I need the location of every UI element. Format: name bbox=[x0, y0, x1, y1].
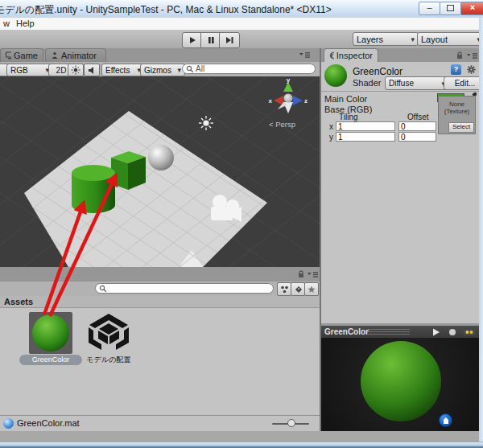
offset-y-field[interactable]: 0 bbox=[398, 132, 436, 142]
preview-header[interactable]: GreenColor bbox=[321, 326, 479, 339]
panel-menu-icon[interactable] bbox=[299, 51, 311, 59]
tag-glyph-icon bbox=[443, 417, 449, 425]
tiling-header: Tiling bbox=[339, 113, 358, 121]
tiling-y-value: 1 bbox=[338, 133, 343, 142]
status-selected-file: GreenColor.mat bbox=[17, 418, 80, 428]
effects-dropdown[interactable]: Effects ▾ bbox=[101, 64, 145, 76]
close-button[interactable]: × bbox=[460, 2, 483, 15]
scene-sphere[interactable] bbox=[148, 145, 174, 171]
asset-greencolor-label[interactable]: GreenColor bbox=[19, 355, 82, 365]
offset-x-field[interactable]: 0 bbox=[398, 121, 436, 131]
preview-play-icon[interactable] bbox=[432, 328, 440, 336]
texture-none-label: None bbox=[439, 101, 475, 108]
render-mode-label: RGB bbox=[10, 66, 28, 75]
left-dock-tabbar: Game Animator bbox=[0, 48, 320, 63]
gizmos-label: Gizmos bbox=[144, 66, 171, 75]
preview-title: GreenColor bbox=[324, 327, 369, 336]
panel-menu-icon[interactable] bbox=[467, 52, 478, 60]
tab-inspector[interactable]: Inspector bbox=[324, 48, 378, 62]
drag-handle-icon bbox=[368, 329, 410, 335]
unity-logo-icon bbox=[85, 311, 132, 353]
preview-model-icon[interactable] bbox=[448, 328, 457, 336]
asset-greencolor-thumbnail[interactable] bbox=[29, 312, 72, 354]
maximize-button[interactable] bbox=[440, 2, 461, 15]
preview-viewport[interactable] bbox=[321, 338, 479, 431]
menu-item-window[interactable]: w bbox=[3, 18, 10, 28]
render-mode-dropdown[interactable]: RGB ▾ bbox=[6, 64, 53, 76]
window-title: モデルの配置.unity - UnitySampleTest - PC, Mac… bbox=[0, 3, 332, 17]
tab-animator[interactable]: Animator bbox=[45, 48, 106, 62]
shader-value: Diffuse bbox=[389, 79, 414, 88]
project-statusbar: GreenColor.mat bbox=[0, 415, 320, 431]
menubar: w Help bbox=[0, 18, 483, 31]
tab-game-label: Game bbox=[14, 51, 38, 60]
scene-search-input[interactable]: All bbox=[182, 64, 316, 74]
menu-item-help[interactable]: Help bbox=[16, 18, 35, 28]
lock-icon[interactable] bbox=[456, 51, 464, 60]
tab-inspector-label: Inspector bbox=[336, 51, 373, 60]
offset-header: Offset bbox=[407, 113, 429, 121]
maximize-icon bbox=[447, 5, 454, 11]
axis-hub[interactable] bbox=[284, 94, 293, 103]
scene-lighting-toggle[interactable] bbox=[68, 64, 84, 76]
tiling-x-value: 1 bbox=[338, 122, 343, 131]
tiling-x-field[interactable]: 1 bbox=[336, 121, 395, 131]
search-icon bbox=[186, 65, 194, 73]
breadcrumb[interactable]: Assets bbox=[4, 297, 33, 306]
scene-cube[interactable] bbox=[111, 151, 146, 190]
step-button[interactable] bbox=[219, 32, 240, 48]
help-icon[interactable]: ? bbox=[451, 64, 461, 75]
divider bbox=[321, 91, 479, 92]
project-toolbar bbox=[0, 282, 320, 297]
tab-game[interactable]: Game bbox=[0, 48, 43, 62]
star-icon bbox=[308, 286, 316, 294]
close-icon: × bbox=[470, 2, 475, 12]
speaker-icon bbox=[88, 66, 96, 75]
project-search-input[interactable] bbox=[95, 283, 274, 294]
scene-audio-toggle[interactable] bbox=[84, 64, 100, 76]
play-icon bbox=[188, 36, 196, 44]
shader-dropdown[interactable]: Diffuse ▾ bbox=[385, 76, 449, 90]
minimize-button[interactable]: – bbox=[419, 2, 440, 15]
select-button-label: Select bbox=[452, 123, 470, 130]
hierarchy-icon bbox=[280, 286, 289, 294]
project-tabbar bbox=[0, 267, 320, 282]
scene-search-value: All bbox=[196, 64, 204, 73]
scene-viewport[interactable]: y x z < Persp bbox=[0, 76, 320, 267]
project-content: GreenColor モデルの配置 bbox=[0, 308, 320, 415]
gear-icon[interactable] bbox=[466, 64, 477, 75]
layout-dropdown[interactable]: Layout ▾ bbox=[417, 32, 483, 46]
thumbnail-size-slider-knob[interactable] bbox=[287, 419, 295, 427]
layers-label: Layers bbox=[357, 35, 383, 44]
scene-cylinder[interactable] bbox=[72, 165, 115, 213]
lock-icon[interactable] bbox=[297, 269, 305, 279]
base-texture-slot[interactable]: None (Texture) Select bbox=[438, 96, 476, 134]
texture-select-button[interactable]: Select bbox=[448, 122, 474, 133]
edit-shader-button[interactable]: Edit... bbox=[444, 76, 483, 90]
layout-label: Layout bbox=[421, 35, 448, 44]
asset-scene-label[interactable]: モデルの配置 bbox=[83, 355, 134, 365]
material-name: GreenColor bbox=[353, 66, 402, 77]
asset-bundle-badge[interactable] bbox=[439, 413, 452, 427]
unity-editor-window: モデルの配置.unity - UnitySampleTest - PC, Mac… bbox=[0, 0, 483, 448]
chevron-down-icon: ▾ bbox=[411, 35, 415, 43]
panel-menu-icon[interactable] bbox=[308, 271, 319, 278]
favorites-button[interactable] bbox=[304, 282, 319, 296]
asset-scene-thumbnail[interactable] bbox=[85, 311, 132, 353]
perspective-label[interactable]: < Persp bbox=[269, 120, 295, 129]
2d-label: 2D bbox=[56, 66, 67, 75]
search-by-label-button[interactable] bbox=[291, 282, 305, 296]
layers-dropdown[interactable]: Layers ▾ bbox=[353, 32, 419, 46]
chevron-down-icon: ▾ bbox=[177, 66, 181, 74]
texture-none-sublabel: (Texture) bbox=[439, 108, 475, 115]
main-color-label: Main Color bbox=[324, 94, 367, 104]
row-y-label: y bbox=[329, 133, 333, 142]
preview-lighting-icon[interactable] bbox=[463, 328, 476, 336]
row-x-label: x bbox=[329, 122, 333, 131]
minimize-icon: – bbox=[427, 2, 431, 12]
axis-y-label: y bbox=[287, 76, 291, 84]
tiling-y-field[interactable]: 1 bbox=[336, 132, 395, 142]
search-by-type-button[interactable] bbox=[277, 282, 291, 296]
pause-icon bbox=[207, 36, 215, 44]
gizmos-dropdown[interactable]: Gizmos ▾ bbox=[140, 64, 185, 76]
